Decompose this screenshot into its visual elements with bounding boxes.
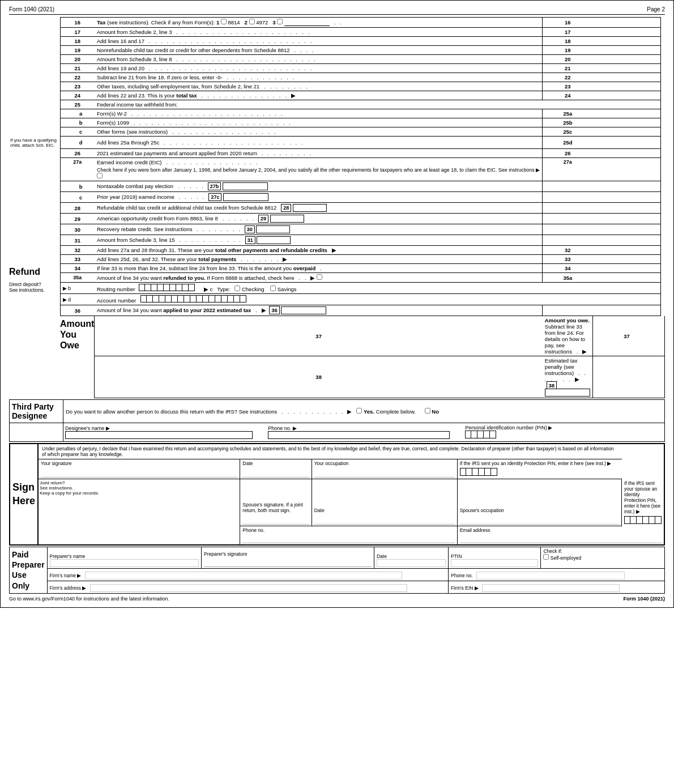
line-33-num: 33	[60, 255, 95, 264]
line-27b-input[interactable]	[223, 182, 268, 190]
refund-title: Refund	[9, 266, 60, 277]
preparers-name-input[interactable]	[50, 559, 199, 567]
line-29-value	[592, 214, 660, 224]
line-34-num: 34	[60, 264, 95, 273]
line-27b-row: b Nontaxable combat pay election . . . .…	[9, 181, 665, 192]
ptin-input[interactable]	[451, 559, 538, 567]
line-25b-label: Form(s) 1099 . . . . . . . . . . . . . .…	[95, 118, 543, 127]
line-17-label: Amount from Schedule 2, line 3 . . . . .…	[95, 28, 543, 37]
sign-here-header-row: Sign Here Under penalties of perjury, I …	[10, 444, 664, 459]
preparer-date-input[interactable]	[377, 559, 446, 567]
spouse-occupation-line[interactable]	[460, 513, 619, 525]
occupation-line[interactable]	[314, 466, 455, 478]
line-37-label: Amount you owe. Subtract line 33 from li…	[543, 316, 593, 356]
routing-box-4	[157, 284, 164, 291]
line-28-row: 28 Refundable child tax credit or additi…	[9, 203, 665, 214]
line-36-input[interactable]	[281, 306, 326, 314]
line-27c-input[interactable]	[223, 193, 268, 201]
line-23-right-num: 23	[543, 82, 593, 91]
paid-preparer-title: Paid Preparer Use Only	[10, 547, 48, 594]
routing-box-3	[151, 284, 157, 291]
third-party-no-check[interactable]	[425, 408, 430, 414]
designee-phone-label: Phone no. ▶	[262, 425, 459, 440]
line-28-input[interactable]	[293, 204, 327, 212]
line-30-row: 30 Recovery rebate credit. See instructi…	[9, 224, 665, 235]
firms-name-input[interactable]	[85, 572, 402, 580]
line-28-value	[592, 203, 660, 214]
line-32-right-num: 32	[543, 246, 593, 255]
line-29-input[interactable]	[270, 215, 304, 223]
line-35b-label: Routing number ▶ c Type: Checking Saving…	[95, 283, 660, 294]
email-line[interactable]	[460, 533, 662, 543]
firms-name-cell: Firm's name ▶	[47, 568, 448, 581]
line-18-right-num: 18	[543, 37, 593, 46]
line-31-row: 31 Amount from Schedule 3, line 15 . . .…	[9, 235, 665, 246]
savings-checkbox[interactable]	[270, 286, 276, 291]
sign-joint-note-row: Joint return? See instructions. Keep a c…	[10, 479, 664, 526]
firms-ein-input[interactable]	[482, 584, 619, 592]
line27a-eic-check[interactable]	[97, 173, 103, 178]
line-20-row: 20 Amount from Schedule 3, line 8 . . . …	[9, 55, 665, 64]
line35a-check[interactable]	[317, 274, 322, 280]
third-party-title: Third Party Designee	[10, 400, 63, 423]
line-27a-row: 27a Earned income credit (EIC) . . . . .…	[9, 158, 665, 181]
line-30-input[interactable]	[256, 225, 290, 233]
self-employed-check[interactable]	[543, 554, 549, 560]
routing-box-1	[139, 284, 145, 291]
line16-check1[interactable]	[221, 19, 227, 24]
line-25b-value	[592, 118, 660, 127]
third-party-yes-check[interactable]	[356, 408, 362, 414]
designee-phone-input[interactable]	[268, 431, 450, 439]
left-note-eic: If you have a qualifying child, attach S…	[9, 137, 60, 149]
line-16-row: 16 Tax (see instructions). Check if any …	[9, 18, 665, 28]
line-27b-letter: b	[60, 181, 95, 192]
designee-name-input[interactable]	[65, 431, 253, 439]
firms-name-row: Firm's name ▶ Phone no.	[10, 568, 665, 581]
line-23-row: 23 Other taxes, including self-employmen…	[9, 82, 665, 91]
ptin-cell: PTIN	[448, 547, 540, 569]
date-line[interactable]	[242, 466, 309, 478]
preparer-date-cell: Date	[374, 547, 448, 569]
spouse-date-line[interactable]	[314, 513, 455, 525]
line-35a-num: 35a	[60, 273, 95, 283]
email-cell: Email address	[457, 526, 664, 546]
preparers-sig-line[interactable]	[204, 557, 372, 567]
line-29-num: 29	[60, 214, 95, 224]
line-24-num: 24	[60, 91, 95, 100]
line16-check3[interactable]	[277, 19, 283, 24]
line-16-value	[592, 18, 660, 28]
account-box-1	[140, 295, 147, 302]
line-34-label: If line 33 is more than line 24, subtrac…	[95, 264, 543, 273]
line-23-num: 23	[60, 82, 95, 91]
signature-line[interactable]	[41, 466, 237, 478]
sign-signature-row: Your signature Date Your occupation If t…	[10, 459, 664, 479]
line16-check2[interactable]	[249, 19, 255, 24]
checking-checkbox[interactable]	[234, 286, 240, 291]
line-31-value	[592, 235, 660, 246]
line-27c-label: Prior year (2019) earned income . . . . …	[95, 192, 543, 203]
phone-line[interactable]	[242, 533, 454, 543]
irs-pin-cell: If the IRS sent you an Identity Protecti…	[457, 459, 621, 479]
amount-you-owe-label: Amount You Owe	[60, 316, 95, 398]
third-party-designee-info-row: Designee's name ▶ Phone no. ▶ Personal i…	[10, 423, 665, 442]
line-24-label: Add lines 22 and 23. This is your total …	[95, 91, 543, 100]
line-22-value	[592, 73, 660, 82]
line-31-input[interactable]	[257, 236, 291, 244]
paid-preparer-header-row: Paid Preparer Use Only Preparer's name P…	[10, 547, 665, 569]
checking-label: Checking	[242, 286, 265, 292]
line-22-row: 22 Subtract line 21 from line 18. If zer…	[9, 73, 665, 82]
line-29-label: American opportunity credit from Form 88…	[95, 214, 543, 224]
spouse-signature-line[interactable]	[242, 513, 309, 525]
routing-box-9	[189, 284, 195, 291]
page-header: Form 1040 (2021) Page 2	[9, 6, 665, 15]
preparer-phone-input[interactable]	[476, 572, 624, 580]
line-16-right-num: 16	[543, 18, 593, 28]
irs-spouse-pin-cell: If the IRS sent your spouse an Identity …	[622, 479, 665, 526]
spouse-occupation-cell: Spouse's occupation	[457, 479, 621, 526]
line-38-input[interactable]	[545, 389, 590, 397]
line-35b-arrow: ▶ b	[60, 283, 95, 294]
third-party-row: Third Party Designee Do you want to allo…	[10, 400, 665, 423]
date-cell: Date	[240, 459, 312, 479]
firms-address-input[interactable]	[90, 584, 407, 592]
line-35a-value	[592, 273, 660, 283]
